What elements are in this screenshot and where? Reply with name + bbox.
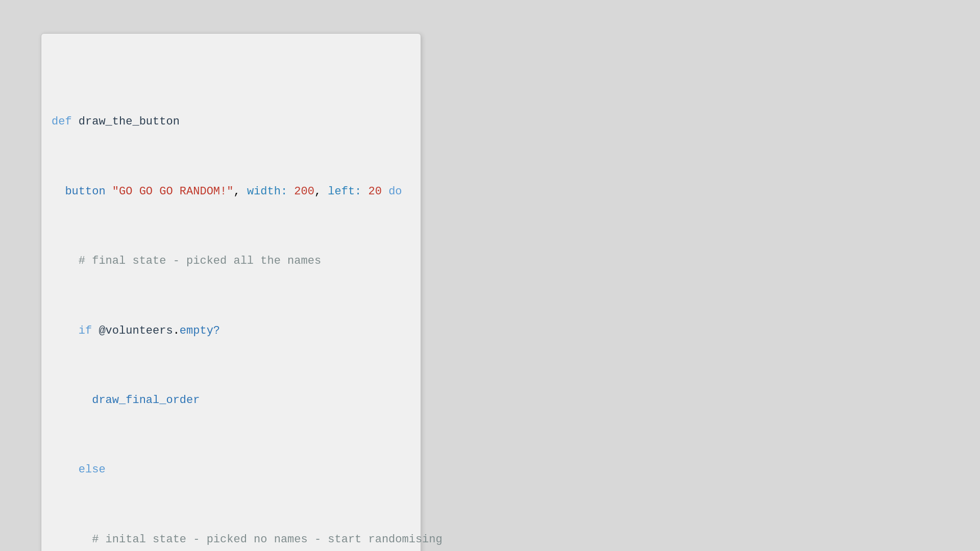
main-area: def draw_the_button button "GO GO GO RAN… — [0, 0, 980, 551]
code-line-2: button "GO GO GO RANDOM!", width: 200, l… — [41, 183, 405, 201]
code-line-6: else — [41, 461, 405, 479]
code-line-7: # inital state - picked no names - start… — [41, 531, 405, 548]
code-content: def draw_the_button button "GO GO GO RAN… — [41, 44, 405, 551]
code-line-5: draw_final_order — [41, 392, 405, 409]
code-line-4: if @volunteers.empty? — [41, 322, 405, 340]
code-box: def draw_the_button button "GO GO GO RAN… — [41, 33, 421, 551]
code-line-3: # final state - picked all the names — [41, 253, 405, 270]
code-line-1: def draw_the_button — [41, 113, 405, 131]
